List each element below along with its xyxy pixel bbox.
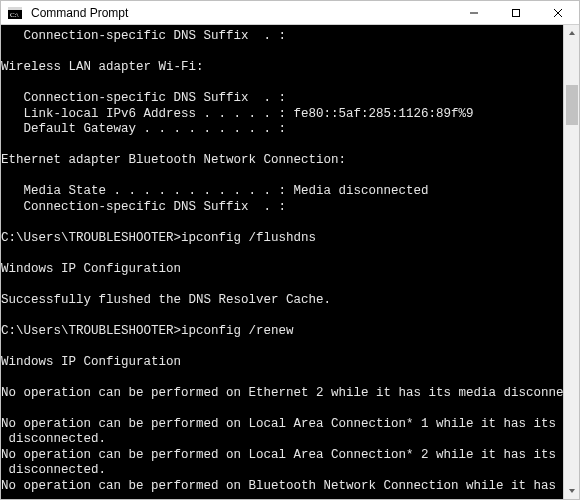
scroll-down-arrow-icon[interactable]: [564, 483, 580, 499]
svg-marker-8: [569, 489, 575, 493]
terminal-line: No operation can be performed on Etherne…: [1, 386, 563, 402]
terminal-line: [1, 277, 563, 293]
terminal-line: Media State . . . . . . . . . . . : Medi…: [1, 184, 563, 200]
terminal-line: [1, 215, 563, 231]
titlebar[interactable]: C:\ Command Prompt: [1, 1, 579, 25]
scroll-up-arrow-icon[interactable]: [564, 25, 580, 41]
terminal-line: Connection-specific DNS Suffix . :: [1, 200, 563, 216]
svg-text:C:\: C:\: [10, 11, 19, 19]
window-controls: [453, 1, 579, 24]
terminal-line: Wireless LAN adapter Wi-Fi:: [1, 60, 563, 76]
terminal-line: Connection-specific DNS Suffix . :: [1, 29, 563, 45]
vertical-scrollbar[interactable]: [563, 25, 579, 499]
terminal-line: [1, 401, 563, 417]
terminal-line: Connection-specific DNS Suffix . :: [1, 91, 563, 107]
terminal-line: C:\Users\TROUBLESHOOTER>ipconfig /flushd…: [1, 231, 563, 247]
terminal-line: [1, 76, 563, 92]
terminal-line: Default Gateway . . . . . . . . . :: [1, 122, 563, 138]
command-prompt-window: C:\ Command Prompt Connection-specific D…: [0, 0, 580, 500]
terminal-line: [1, 246, 563, 262]
terminal-line: disconnected.: [1, 432, 563, 448]
terminal-line: No operation can be performed on Local A…: [1, 448, 563, 464]
terminal-output[interactable]: Connection-specific DNS Suffix . : Wirel…: [1, 25, 563, 499]
terminal-line: Successfully flushed the DNS Resolver Ca…: [1, 293, 563, 309]
terminal-line: Windows IP Configuration: [1, 355, 563, 371]
svg-marker-7: [569, 31, 575, 35]
terminal-line: [1, 370, 563, 386]
terminal-line: Link-local IPv6 Address . . . . . : fe80…: [1, 107, 563, 123]
terminal-line: [1, 308, 563, 324]
close-button[interactable]: [537, 1, 579, 25]
terminal-line: [1, 138, 563, 154]
terminal-line: [1, 45, 563, 61]
scroll-thumb[interactable]: [566, 85, 578, 125]
minimize-button[interactable]: [453, 1, 495, 25]
svg-rect-4: [513, 10, 520, 17]
terminal-line: disconnected.: [1, 463, 563, 479]
terminal-line: Ethernet adapter Bluetooth Network Conne…: [1, 153, 563, 169]
terminal-line: [1, 339, 563, 355]
terminal-line: Windows IP Configuration: [1, 262, 563, 278]
app-icon: C:\: [7, 5, 23, 21]
terminal-line: C:\Users\TROUBLESHOOTER>ipconfig /renew: [1, 324, 563, 340]
terminal-line: [1, 169, 563, 185]
svg-rect-1: [8, 7, 22, 10]
window-title: Command Prompt: [29, 6, 453, 20]
terminal-line: No operation can be performed on Bluetoo…: [1, 479, 563, 495]
content-area: Connection-specific DNS Suffix . : Wirel…: [1, 25, 579, 499]
terminal-line: No operation can be performed on Local A…: [1, 417, 563, 433]
maximize-button[interactable]: [495, 1, 537, 25]
